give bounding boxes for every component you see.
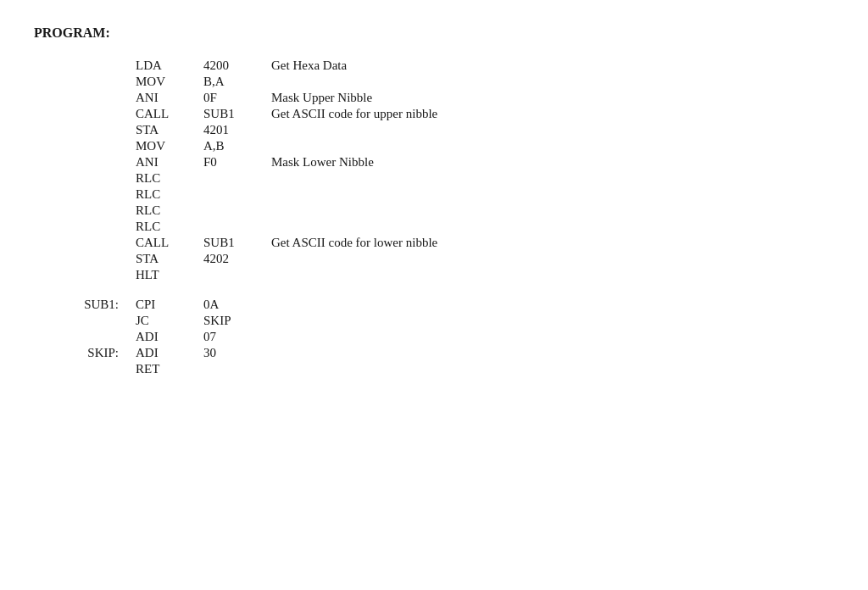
label-col bbox=[34, 219, 136, 235]
operand-col: 0A bbox=[203, 297, 271, 313]
operand-col: 07 bbox=[203, 329, 271, 345]
mnemonic-col: CALL bbox=[136, 106, 203, 122]
operand-col bbox=[203, 186, 271, 203]
table-row: HLT bbox=[34, 267, 437, 283]
mnemonic-col: ADI bbox=[136, 329, 203, 345]
comment-col bbox=[271, 329, 437, 345]
comment-col: Get ASCII code for upper nibble bbox=[271, 106, 437, 122]
spacer-cell bbox=[203, 283, 271, 297]
mnemonic-col: LDA bbox=[136, 58, 203, 74]
operand-col: SUB1 bbox=[203, 235, 271, 251]
table-row: RLC bbox=[34, 170, 437, 186]
label-col bbox=[34, 154, 136, 170]
mnemonic-col: JC bbox=[136, 313, 203, 329]
table-row: ADI 07 bbox=[34, 329, 437, 345]
mnemonic-col: ANI bbox=[136, 154, 203, 170]
spacer-cell bbox=[136, 283, 203, 297]
comment-col bbox=[271, 203, 437, 219]
operand-col: 4202 bbox=[203, 251, 271, 267]
label-col bbox=[34, 203, 136, 219]
operand-col bbox=[203, 361, 271, 377]
table-row: ANI F0 Mask Lower Nibble bbox=[34, 154, 437, 170]
comment-col bbox=[271, 138, 437, 154]
table-row: CALL SUB1 Get ASCII code for lower nibbl… bbox=[34, 235, 437, 251]
operand-col: 30 bbox=[203, 345, 271, 361]
table-row: RLC bbox=[34, 186, 437, 203]
program-heading: PROGRAM: bbox=[34, 25, 834, 41]
mnemonic-col: STA bbox=[136, 122, 203, 138]
label-col bbox=[34, 186, 136, 203]
comment-col bbox=[271, 313, 437, 329]
label-col: SUB1: bbox=[34, 297, 136, 313]
table-row: MOV B,A bbox=[34, 74, 437, 90]
mnemonic-col: RLC bbox=[136, 203, 203, 219]
label-col bbox=[34, 251, 136, 267]
label-col bbox=[34, 58, 136, 74]
comment-col bbox=[271, 219, 437, 235]
table-row: RLC bbox=[34, 219, 437, 235]
mnemonic-col: CALL bbox=[136, 235, 203, 251]
operand-col bbox=[203, 170, 271, 186]
table-row: ANI 0F Mask Upper Nibble bbox=[34, 90, 437, 106]
mnemonic-col: HLT bbox=[136, 267, 203, 283]
mnemonic-col: STA bbox=[136, 251, 203, 267]
label-col bbox=[34, 170, 136, 186]
label-col bbox=[34, 122, 136, 138]
table-row: CALL SUB1 Get ASCII code for upper nibbl… bbox=[34, 106, 437, 122]
comment-col bbox=[271, 186, 437, 203]
comment-col bbox=[271, 251, 437, 267]
operand-col bbox=[203, 267, 271, 283]
program-section: PROGRAM: LDA 4200 Get Hexa Data MOV B,A … bbox=[34, 25, 834, 377]
operand-col: 4200 bbox=[203, 58, 271, 74]
table-row: JC SKIP bbox=[34, 313, 437, 329]
label-col bbox=[34, 329, 136, 345]
mnemonic-col: MOV bbox=[136, 138, 203, 154]
instruction-table: LDA 4200 Get Hexa Data MOV B,A ANI 0F Ma… bbox=[34, 58, 437, 377]
label-col: SKIP: bbox=[34, 345, 136, 361]
comment-col bbox=[271, 361, 437, 377]
table-row: MOV A,B bbox=[34, 138, 437, 154]
mnemonic-col: RLC bbox=[136, 186, 203, 203]
comment-col bbox=[271, 267, 437, 283]
mnemonic-col: RET bbox=[136, 361, 203, 377]
operand-col: 4201 bbox=[203, 122, 271, 138]
mnemonic-col: ANI bbox=[136, 90, 203, 106]
label-col bbox=[34, 235, 136, 251]
mnemonic-col: CPI bbox=[136, 297, 203, 313]
comment-col bbox=[271, 170, 437, 186]
label-col bbox=[34, 74, 136, 90]
label-col bbox=[34, 90, 136, 106]
comment-col: Mask Lower Nibble bbox=[271, 154, 437, 170]
table-row: STA 4201 bbox=[34, 122, 437, 138]
mnemonic-col: MOV bbox=[136, 74, 203, 90]
operand-col: SKIP bbox=[203, 313, 271, 329]
table-row: STA 4202 bbox=[34, 251, 437, 267]
mnemonic-col: ADI bbox=[136, 345, 203, 361]
comment-col bbox=[271, 122, 437, 138]
label-col bbox=[34, 361, 136, 377]
table-row: SUB1: CPI 0A bbox=[34, 297, 437, 313]
label-col bbox=[34, 106, 136, 122]
operand-col: A,B bbox=[203, 138, 271, 154]
spacer-cell bbox=[34, 283, 136, 297]
table-row: SKIP: ADI 30 bbox=[34, 345, 437, 361]
table-row: LDA 4200 Get Hexa Data bbox=[34, 58, 437, 74]
table-row: RLC bbox=[34, 203, 437, 219]
operand-col: F0 bbox=[203, 154, 271, 170]
operand-col: 0F bbox=[203, 90, 271, 106]
spacer-cell bbox=[271, 283, 437, 297]
comment-col: Get Hexa Data bbox=[271, 58, 437, 74]
label-col bbox=[34, 138, 136, 154]
comment-col bbox=[271, 74, 437, 90]
mnemonic-col: RLC bbox=[136, 170, 203, 186]
operand-col bbox=[203, 203, 271, 219]
spacer-row bbox=[34, 283, 437, 297]
label-col bbox=[34, 313, 136, 329]
table-row: RET bbox=[34, 361, 437, 377]
operand-col bbox=[203, 219, 271, 235]
label-col bbox=[34, 267, 136, 283]
comment-col: Get ASCII code for lower nibble bbox=[271, 235, 437, 251]
operand-col: SUB1 bbox=[203, 106, 271, 122]
mnemonic-col: RLC bbox=[136, 219, 203, 235]
comment-col: Mask Upper Nibble bbox=[271, 90, 437, 106]
